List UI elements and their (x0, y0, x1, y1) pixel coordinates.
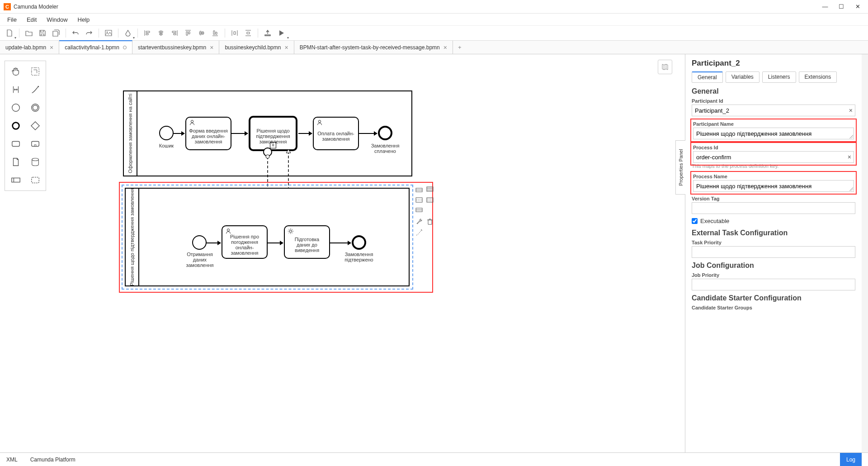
task-label: Рішення про погодження онлайн-замовлення (225, 234, 264, 256)
end-event-1[interactable] (378, 126, 392, 140)
new-file-icon[interactable]: ▾ (4, 27, 15, 39)
tab-startevent[interactable]: starteventbussineskey.bpmn× (132, 41, 219, 54)
pool-icon[interactable] (7, 173, 24, 187)
app-icon: C (4, 3, 11, 10)
process-name-input[interactable] (693, 180, 854, 192)
align-bottom-icon[interactable] (209, 27, 221, 39)
clear-icon[interactable]: × (848, 153, 851, 161)
start-event-1[interactable] (159, 126, 174, 140)
start-event-2-label: Отримання даних замовлення (183, 252, 217, 268)
ctx-wrench-icon[interactable] (415, 217, 424, 226)
sequence-flow[interactable] (207, 243, 221, 243)
canvas[interactable]: Оформлення замовлення на сайті Кошик Фор… (46, 54, 685, 452)
window-close-icon[interactable]: ✕ (854, 3, 862, 10)
open-file-icon[interactable] (23, 27, 35, 39)
align-left-icon[interactable] (142, 27, 153, 39)
close-icon[interactable]: × (284, 44, 288, 51)
props-tab-variables[interactable]: Variables (726, 71, 760, 83)
distribute-h-icon[interactable] (229, 27, 241, 39)
svg-rect-8 (12, 142, 19, 147)
align-center-icon[interactable] (155, 27, 167, 39)
process-id-input[interactable] (693, 151, 854, 163)
ctx-lane-divide-icon[interactable] (415, 195, 424, 204)
tab-update-lab[interactable]: update-lab.bpmn× (0, 41, 59, 54)
save-all-icon[interactable] (50, 27, 62, 39)
menu-file[interactable]: File (3, 15, 21, 24)
participant-name-input[interactable] (693, 128, 854, 139)
executable-checkbox-input[interactable] (692, 218, 698, 224)
task-priority-input[interactable] (692, 246, 855, 258)
align-middle-icon[interactable] (196, 27, 208, 39)
start-event-icon[interactable] (7, 101, 24, 114)
properties-panel-toggle[interactable]: Properties Panel (675, 140, 685, 195)
user-task-1[interactable]: Форма введення даних онлайн-замовлення (185, 117, 231, 150)
sequence-flow[interactable] (298, 133, 312, 134)
menu-edit[interactable]: Edit (22, 15, 41, 24)
job-priority-input[interactable] (692, 279, 855, 290)
resize-grip-icon[interactable] (849, 135, 853, 138)
call-activity[interactable]: Рішення щодо підтвердження замовлення + (249, 116, 297, 151)
align-right-icon[interactable] (169, 27, 180, 39)
connect-tool-icon[interactable] (26, 83, 44, 96)
ctx-delete-icon[interactable] (425, 217, 434, 226)
props-tab-general[interactable]: General (692, 71, 723, 83)
space-tool-icon[interactable] (7, 83, 24, 96)
intermediate-event-icon[interactable] (26, 101, 44, 114)
resize-grip-icon[interactable] (849, 187, 853, 191)
lasso-tool-icon[interactable] (26, 65, 44, 78)
props-tab-extensions[interactable]: Extensions (799, 71, 837, 83)
window-maximize-icon[interactable]: ☐ (837, 3, 845, 10)
version-tag-input[interactable] (692, 202, 855, 214)
user-task-3[interactable]: Рішення про погодження онлайн-замовлення (222, 225, 268, 259)
props-tab-listeners[interactable]: Listeners (762, 71, 796, 83)
start-event-2[interactable] (192, 235, 207, 250)
image-icon[interactable] (103, 27, 114, 39)
close-icon[interactable]: × (210, 44, 213, 51)
menu-help[interactable]: Help (73, 15, 94, 24)
sequence-flow[interactable] (359, 133, 377, 134)
menu-window[interactable]: Window (42, 15, 72, 24)
tab-callactivityfinal[interactable]: callactivityfinal-1.bpmn (59, 40, 132, 54)
subprocess-icon[interactable] (26, 137, 44, 151)
ctx-connect-icon[interactable] (415, 228, 424, 237)
data-store-icon[interactable] (26, 155, 44, 169)
save-icon[interactable] (37, 27, 48, 39)
ctx-lane-three-icon[interactable] (425, 185, 434, 194)
sequence-flow[interactable] (174, 133, 184, 134)
deploy-icon[interactable] (262, 27, 274, 39)
data-object-icon[interactable] (7, 155, 24, 169)
window-minimize-icon[interactable]: — (821, 3, 829, 10)
ctx-lane-above-icon[interactable] (415, 185, 424, 194)
clear-icon[interactable]: × (849, 107, 853, 114)
close-icon[interactable]: × (50, 44, 53, 51)
process-name-label: Process Name (693, 174, 854, 179)
color-icon[interactable]: ▾ (122, 27, 134, 39)
gateway-icon[interactable] (26, 119, 44, 133)
group-job: Job Configuration (692, 262, 855, 270)
boundary-event[interactable] (263, 147, 272, 157)
end-event-icon[interactable] (7, 119, 24, 133)
hand-tool-icon[interactable] (7, 65, 24, 78)
task-icon[interactable] (7, 137, 24, 151)
scrollbar[interactable] (862, 54, 868, 452)
align-top-icon[interactable] (182, 27, 194, 39)
redo-icon[interactable] (83, 27, 95, 39)
undo-icon[interactable] (70, 27, 81, 39)
executable-checkbox[interactable]: Executable (692, 218, 855, 224)
tab-bpmn-start[interactable]: BPMN-start-after-system-task-by-received… (294, 41, 453, 54)
sequence-flow[interactable] (268, 243, 283, 243)
tab-bussineskeychild[interactable]: bussineskeychild.bpmn× (219, 41, 294, 54)
sequence-flow[interactable] (231, 133, 248, 134)
service-task-1[interactable]: Підготовка даних до виведення (284, 225, 330, 259)
close-icon[interactable]: × (443, 44, 447, 51)
group-icon[interactable] (26, 173, 44, 187)
distribute-v-icon[interactable] (242, 27, 254, 39)
sequence-flow[interactable] (330, 243, 351, 243)
ctx-lane-divide3-icon[interactable] (425, 195, 434, 204)
new-tab-icon[interactable]: + (453, 41, 467, 54)
end-event-2[interactable] (352, 235, 366, 250)
run-icon[interactable]: ▾ (275, 27, 287, 39)
ctx-lane-below-icon[interactable] (415, 206, 424, 215)
user-task-2[interactable]: Оплата онлайн-замовлення (313, 117, 359, 150)
participant-id-input[interactable] (692, 105, 855, 116)
